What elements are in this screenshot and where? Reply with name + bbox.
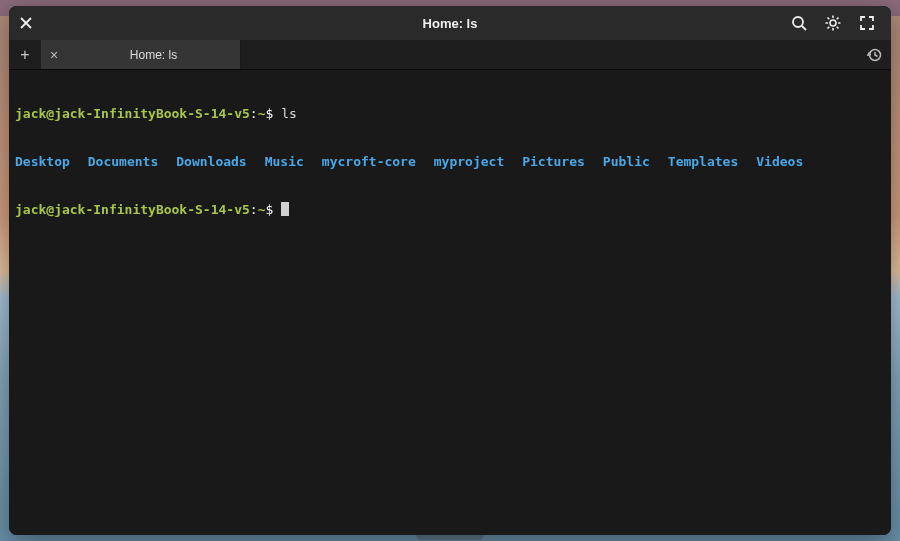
gear-icon: [825, 15, 841, 31]
command-text: ls: [281, 106, 297, 121]
svg-line-11: [837, 18, 839, 20]
terminal-cursor: [281, 202, 289, 216]
search-button[interactable]: [789, 13, 809, 33]
tab-home-ls[interactable]: × Home: ls: [41, 40, 241, 69]
prompt-user-host: jack@jack-InfinityBook-S-14-v5: [15, 202, 250, 217]
terminal-window: Home: ls: [9, 6, 891, 535]
ls-item: Music: [265, 154, 304, 169]
ls-item: Downloads: [176, 154, 246, 169]
svg-line-3: [802, 26, 806, 30]
svg-line-12: [828, 27, 830, 29]
svg-line-9: [828, 18, 830, 20]
tab-close-button[interactable]: ×: [41, 47, 67, 63]
prompt-dollar: $: [265, 106, 273, 121]
terminal-line-1: jack@jack-InfinityBook-S-14-v5:~$ ls: [15, 106, 885, 122]
svg-line-10: [837, 27, 839, 29]
svg-point-2: [793, 17, 803, 27]
terminal-line-prompt: jack@jack-InfinityBook-S-14-v5:~$: [15, 202, 885, 218]
titlebar: Home: ls: [9, 6, 891, 40]
ls-item: Videos: [756, 154, 803, 169]
ls-item: Templates: [668, 154, 738, 169]
fullscreen-button[interactable]: [857, 13, 877, 33]
prompt-colon: :: [250, 106, 258, 121]
search-icon: [791, 15, 807, 31]
ls-item: Pictures: [522, 154, 585, 169]
terminal-area[interactable]: jack@jack-InfinityBook-S-14-v5:~$ ls Des…: [9, 70, 891, 535]
new-tab-button[interactable]: +: [9, 40, 41, 69]
window-title: Home: ls: [9, 16, 891, 31]
ls-item: Documents: [88, 154, 158, 169]
ls-item: mycroft-core: [322, 154, 416, 169]
tab-bar-spacer: [241, 40, 857, 69]
svg-point-4: [830, 20, 836, 26]
fullscreen-icon: [860, 16, 874, 30]
history-icon: [866, 47, 882, 63]
ls-output-line: DesktopDocumentsDownloadsMusicmycroft-co…: [15, 154, 885, 170]
history-button[interactable]: [857, 40, 891, 69]
ls-item: Public: [603, 154, 650, 169]
settings-button[interactable]: [823, 13, 843, 33]
tab-label: Home: ls: [67, 48, 240, 62]
window-close-button[interactable]: [9, 6, 43, 40]
ls-item: myproject: [434, 154, 504, 169]
prompt-colon: :: [250, 202, 258, 217]
close-icon: [20, 17, 32, 29]
prompt-user-host: jack@jack-InfinityBook-S-14-v5: [15, 106, 250, 121]
prompt-dollar: $: [265, 202, 273, 217]
ls-item: Desktop: [15, 154, 70, 169]
tab-bar: + × Home: ls: [9, 40, 891, 70]
